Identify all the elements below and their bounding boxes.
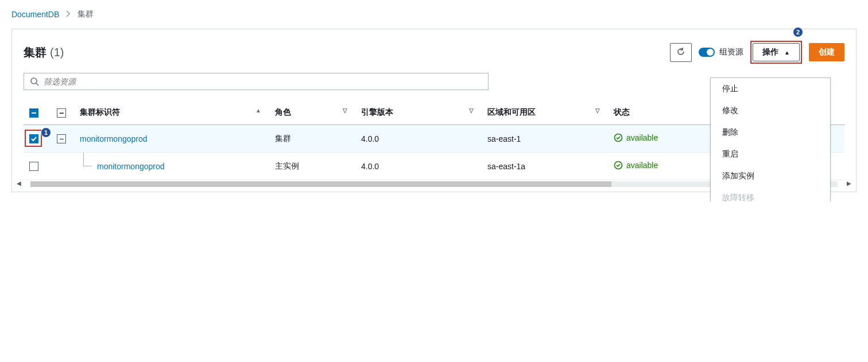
cell-region: sa-east-1a <box>482 153 608 180</box>
sort-icon: ▽ <box>469 107 474 114</box>
svg-rect-2 <box>32 112 36 114</box>
annotation-badge-1: 1 <box>41 127 51 138</box>
header-actions: 组资源 操作 ▲ 2 创建 <box>670 41 844 64</box>
check-circle-icon <box>614 133 623 142</box>
caret-up-icon: ▲ <box>784 49 790 56</box>
cell-role: 集群 <box>269 125 355 153</box>
group-resources-label: 组资源 <box>719 47 743 57</box>
col-label: 集群标识符 <box>80 107 120 116</box>
cell-engine: 4.0.0 <box>355 125 482 153</box>
refresh-icon <box>676 47 685 56</box>
status-text: available <box>626 161 658 170</box>
check-circle-icon <box>614 161 623 170</box>
col-header-role[interactable]: 角色 ▽ <box>269 100 355 125</box>
col-label: 角色 <box>275 107 291 116</box>
breadcrumb: DocumentDB 集群 <box>11 9 857 20</box>
refresh-button[interactable] <box>670 43 692 62</box>
cluster-id-link[interactable]: monitormongoprod <box>97 162 165 171</box>
scrollbar-thumb[interactable] <box>30 181 611 187</box>
cell-role: 主实例 <box>269 153 355 180</box>
collapse-all-toggle[interactable]: − <box>57 108 66 118</box>
cell-engine: 4.0.0 <box>355 153 482 180</box>
row-checkbox[interactable] <box>29 162 38 171</box>
actions-button-highlight: 操作 ▲ 2 <box>750 41 802 64</box>
sort-icon: ▽ <box>595 107 600 114</box>
col-label: 引擎版本 <box>361 107 393 116</box>
cluster-id-link[interactable]: monitormongoprod <box>80 134 148 143</box>
col-label: 区域和可用区 <box>487 107 536 116</box>
menu-item-failover: 故障转移 <box>711 187 830 201</box>
col-header-region[interactable]: 区域和可用区 ▽ <box>482 100 608 125</box>
menu-item-modify[interactable]: 修改 <box>711 100 830 122</box>
actions-button-label: 操作 <box>762 47 778 56</box>
sort-icon: ▽ <box>343 107 347 114</box>
col-header-cluster-id[interactable]: 集群标识符 ▲ <box>74 100 269 125</box>
actions-dropdown: 停止 修改 删除 重启 添加实例 故障转移 拍摄快照 还原到时间点 立即升级 在… <box>710 77 831 201</box>
annotation-badge-2: 2 <box>793 27 803 37</box>
col-header-status[interactable]: 状态 ▽ <box>608 100 723 125</box>
chevron-right-icon <box>66 10 71 19</box>
col-header-expand: − <box>51 100 74 125</box>
page-title: 集群 (1) <box>24 45 64 60</box>
col-header-engine[interactable]: 引擎版本 ▽ <box>355 100 482 125</box>
actions-button[interactable]: 操作 ▲ <box>753 43 800 61</box>
status-badge: available <box>614 133 658 142</box>
menu-item-add-instance[interactable]: 添加实例 <box>711 165 830 187</box>
cell-region: sa-east-1 <box>482 125 608 153</box>
title-count: (1) <box>50 46 64 59</box>
menu-item-delete[interactable]: 删除 <box>711 122 830 143</box>
select-all-checkbox[interactable] <box>29 108 38 118</box>
group-resources-toggle[interactable] <box>699 48 715 57</box>
row-checkbox[interactable] <box>29 134 38 143</box>
svg-line-1 <box>36 83 38 85</box>
create-button[interactable]: 创建 <box>809 43 844 61</box>
search-icon <box>30 77 39 86</box>
breadcrumb-root-link[interactable]: DocumentDB <box>11 10 59 19</box>
search-box[interactable] <box>24 73 489 90</box>
title-text: 集群 <box>24 45 46 60</box>
breadcrumb-current: 集群 <box>78 9 94 20</box>
scroll-left-icon[interactable]: ◀ <box>17 180 21 186</box>
col-header-select <box>24 100 51 125</box>
search-input[interactable] <box>44 77 482 86</box>
col-label: 状态 <box>614 107 630 116</box>
status-text: available <box>626 133 658 142</box>
panel-header: 集群 (1) 组资源 操作 ▲ 2 创建 <box>24 41 844 64</box>
svg-point-0 <box>31 78 37 84</box>
menu-item-stop[interactable]: 停止 <box>711 78 830 100</box>
status-badge: available <box>614 161 658 170</box>
row-expand-toggle[interactable]: − <box>57 134 66 143</box>
group-resources-toggle-wrap: 组资源 <box>699 47 743 57</box>
clusters-panel: 集群 (1) 组资源 操作 ▲ 2 创建 <box>11 29 857 192</box>
menu-item-reboot[interactable]: 重启 <box>711 143 830 165</box>
scroll-right-icon[interactable]: ▶ <box>847 180 851 186</box>
sort-asc-icon: ▲ <box>255 107 261 114</box>
